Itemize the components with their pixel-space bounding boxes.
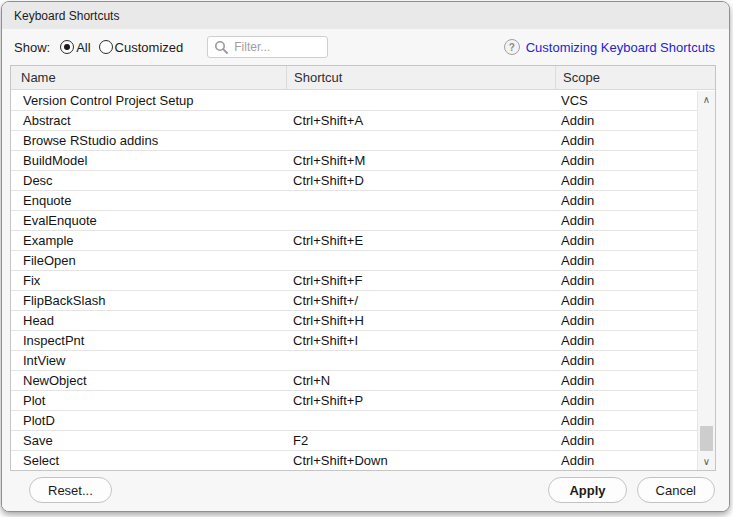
- table-row[interactable]: IntView Addin: [11, 351, 715, 371]
- row-scope: Addin: [555, 131, 715, 150]
- table-row[interactable]: Enquote Addin: [11, 191, 715, 211]
- row-name: IntView: [11, 351, 286, 370]
- row-name: Browse RStudio addins: [11, 131, 286, 150]
- row-shortcut: F2: [286, 431, 555, 450]
- table-row[interactable]: Example Ctrl+Shift+E Addin: [11, 231, 715, 251]
- window-title: Keyboard Shortcuts: [14, 9, 119, 23]
- reset-button[interactable]: Reset...: [29, 477, 112, 503]
- row-scope: Addin: [555, 191, 715, 210]
- row-name: Desc: [11, 171, 286, 190]
- row-scope: Addin: [555, 291, 715, 310]
- row-name: Enquote: [11, 191, 286, 210]
- row-name: Example: [11, 231, 286, 250]
- row-name: Head: [11, 311, 286, 330]
- row-scope: Addin: [555, 451, 715, 470]
- row-name: EvalEnquote: [11, 211, 286, 230]
- table-row[interactable]: Head Ctrl+Shift+H Addin: [11, 311, 715, 331]
- row-name: NewObject: [11, 371, 286, 390]
- row-shortcut: Ctrl+Shift+P: [286, 391, 555, 410]
- footer: Reset... Apply Cancel: [2, 471, 729, 511]
- radio-button-all-icon[interactable]: [60, 40, 74, 54]
- radio-show-customized[interactable]: Customized: [99, 40, 184, 55]
- title-bar[interactable]: Keyboard Shortcuts: [2, 2, 729, 29]
- table-row[interactable]: Select Ctrl+Shift+Down Addin: [11, 451, 715, 471]
- row-shortcut: Ctrl+Shift+A: [286, 111, 555, 130]
- table-row[interactable]: Fix Ctrl+Shift+F Addin: [11, 271, 715, 291]
- row-scope: Addin: [555, 311, 715, 330]
- apply-button[interactable]: Apply: [548, 477, 626, 503]
- shortcuts-table: Name Shortcut Scope Version Control Proj…: [10, 65, 716, 471]
- row-name: Abstract: [11, 111, 286, 130]
- row-name: Select: [11, 451, 286, 470]
- cancel-button[interactable]: Cancel: [637, 477, 715, 503]
- row-shortcut: Ctrl+Shift+I: [286, 331, 555, 350]
- keyboard-shortcuts-dialog: Keyboard Shortcuts Show: All Customized …: [1, 1, 730, 512]
- row-shortcut: Ctrl+N: [286, 371, 555, 390]
- row-scope: Addin: [555, 371, 715, 390]
- table-row[interactable]: EvalEnquote Addin: [11, 211, 715, 231]
- table-row[interactable]: FileOpen Addin: [11, 251, 715, 271]
- row-scope: Addin: [555, 431, 715, 450]
- row-name: Version Control Project Setup: [11, 91, 286, 110]
- column-header-name: Name: [11, 66, 286, 89]
- table-row[interactable]: Browse RStudio addins Addin: [11, 131, 715, 151]
- scrollbar-thumb[interactable]: [700, 426, 713, 451]
- table-body: Version Control Project Setup VCS Abstra…: [11, 91, 715, 470]
- table-row[interactable]: NewObject Ctrl+N Addin: [11, 371, 715, 391]
- table-header: Name Shortcut Scope: [11, 66, 715, 90]
- row-shortcut: Ctrl+Shift+D: [286, 171, 555, 190]
- table-row[interactable]: InspectPnt Ctrl+Shift+I Addin: [11, 331, 715, 351]
- search-icon: [214, 40, 228, 54]
- radio-all-label: All: [76, 40, 90, 55]
- table-row[interactable]: Desc Ctrl+Shift+D Addin: [11, 171, 715, 191]
- row-name: BuildModel: [11, 151, 286, 170]
- scrollbar-down-icon[interactable]: ∨: [698, 453, 715, 470]
- row-shortcut: Ctrl+Shift+M: [286, 151, 555, 170]
- row-scope: Addin: [555, 231, 715, 250]
- column-header-scope: Scope: [555, 66, 715, 89]
- row-name: InspectPnt: [11, 331, 286, 350]
- toolbar: Show: All Customized ? Customizing Keybo…: [2, 29, 729, 65]
- row-scope: VCS: [555, 91, 715, 110]
- show-label: Show:: [14, 40, 50, 55]
- table-row[interactable]: PlotD Addin: [11, 411, 715, 431]
- table-row[interactable]: Save F2 Addin: [11, 431, 715, 451]
- table-row[interactable]: Abstract Ctrl+Shift+A Addin: [11, 111, 715, 131]
- table-row[interactable]: BuildModel Ctrl+Shift+M Addin: [11, 151, 715, 171]
- row-name: Save: [11, 431, 286, 450]
- row-scope: Addin: [555, 271, 715, 290]
- row-scope: Addin: [555, 111, 715, 130]
- row-name: FlipBackSlash: [11, 291, 286, 310]
- column-header-shortcut: Shortcut: [286, 66, 555, 89]
- table-row[interactable]: Version Control Project Setup VCS: [11, 91, 715, 111]
- row-name: PlotD: [11, 411, 286, 430]
- row-scope: Addin: [555, 251, 715, 270]
- row-name: Fix: [11, 271, 286, 290]
- row-shortcut: Ctrl+Shift+Down: [286, 451, 555, 470]
- row-name: Plot: [11, 391, 286, 410]
- table-row[interactable]: Plot Ctrl+Shift+P Addin: [11, 391, 715, 411]
- row-scope: Addin: [555, 151, 715, 170]
- row-scope: Addin: [555, 171, 715, 190]
- row-shortcut: Ctrl+Shift+H: [286, 311, 555, 330]
- row-scope: Addin: [555, 391, 715, 410]
- row-scope: Addin: [555, 411, 715, 430]
- filter-field-wrap: [207, 36, 328, 58]
- row-name: FileOpen: [11, 251, 286, 270]
- help-icon[interactable]: ?: [504, 39, 520, 55]
- radio-button-customized-icon[interactable]: [99, 40, 113, 54]
- row-shortcut: Ctrl+Shift+E: [286, 231, 555, 250]
- customizing-shortcuts-link[interactable]: Customizing Keyboard Shortcuts: [526, 40, 715, 55]
- row-shortcut: Ctrl+Shift+/: [286, 291, 555, 310]
- row-scope: Addin: [555, 351, 715, 370]
- table-row[interactable]: FlipBackSlash Ctrl+Shift+/ Addin: [11, 291, 715, 311]
- radio-customized-label: Customized: [115, 40, 184, 55]
- vertical-scrollbar[interactable]: ∧ ∨: [697, 91, 715, 470]
- row-scope: Addin: [555, 331, 715, 350]
- radio-show-all[interactable]: All: [60, 40, 90, 55]
- row-scope: Addin: [555, 211, 715, 230]
- row-shortcut: Ctrl+Shift+F: [286, 271, 555, 290]
- scrollbar-up-icon[interactable]: ∧: [698, 91, 715, 108]
